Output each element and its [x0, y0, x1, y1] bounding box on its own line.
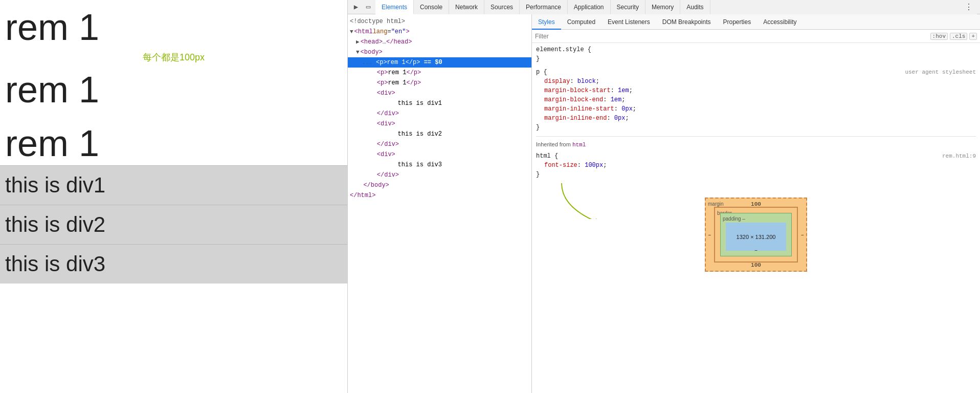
dom-line-p1[interactable]: ... <p>rem 1</p> == $0	[348, 57, 531, 68]
padding-bottom-val: –	[754, 246, 758, 255]
cls-button[interactable]: .cls	[950, 33, 967, 40]
dom-line-div2-open[interactable]: <div>	[348, 119, 531, 129]
subtab-dom-breakpoints[interactable]: DOM Breakpoints	[656, 14, 717, 30]
rem-text-2: rem 1	[0, 68, 347, 112]
css-rule-p: p { user agent stylesheet display: block…	[536, 68, 976, 132]
devtools-toolbar: ▶ ▭ Elements Console Network Sources Per…	[348, 0, 980, 14]
rem-text-3: rem 1	[0, 121, 347, 165]
dom-line-div2-text: this is div2	[348, 129, 531, 139]
subtab-event-listeners[interactable]: Event Listeners	[602, 14, 656, 30]
filter-input[interactable]	[535, 33, 930, 40]
box-model-diagram: margin 100 100 – – border	[705, 198, 807, 272]
tab-security[interactable]: Security	[611, 0, 645, 14]
div-block-2: this is div2	[0, 205, 347, 244]
dom-line-div1-close[interactable]: </div>	[348, 108, 531, 119]
margin-right-val: –	[800, 230, 804, 239]
cursor-icon[interactable]: ▶	[351, 2, 361, 12]
css-rule-html: html { rem.html:9 font-size: 100px; }	[536, 151, 976, 179]
add-rule-button[interactable]: +	[969, 33, 977, 40]
padding-layer: padding – 1320 × 131.200 –	[720, 213, 792, 256]
subtab-styles[interactable]: Styles	[532, 14, 561, 30]
div-block-1: this is div1	[0, 165, 347, 205]
dom-line-html-close[interactable]: </html>	[348, 190, 531, 201]
inherited-from-tag: html	[572, 142, 586, 148]
filter-bar: :hov .cls +	[532, 30, 980, 43]
dom-line-div1-open[interactable]: <div>	[348, 88, 531, 98]
dom-line-doctype[interactable]: <!doctype html>	[348, 16, 531, 27]
caret-right-icon: ▶	[356, 37, 360, 47]
filter-buttons: :hov .cls +	[930, 33, 977, 40]
tab-performance[interactable]: Performance	[520, 0, 568, 14]
css-selector-html[interactable]: html { rem.html:9	[536, 151, 976, 161]
margin-left-val: –	[708, 230, 711, 239]
css-rule-element-style: element.style { }	[536, 45, 976, 63]
dom-line-div2-close[interactable]: </div>	[348, 139, 531, 149]
more-tabs-icon[interactable]: ⋮	[961, 2, 977, 12]
doctype-text: <!doctype html>	[350, 17, 405, 26]
css-selector-p[interactable]: p { user agent stylesheet	[536, 68, 976, 77]
caret-down-icon: ▼	[356, 48, 360, 57]
annotation-text: 每个都是100px	[0, 49, 347, 68]
devtools-main: <!doctype html> ▼ <html lang="en" > ▶ <h…	[348, 14, 980, 393]
subtab-accessibility[interactable]: Accessibility	[757, 14, 803, 30]
hov-button[interactable]: :hov	[930, 33, 948, 40]
tab-elements[interactable]: Elements	[375, 0, 414, 14]
lang-val: "en"	[391, 27, 406, 36]
lang-attr: lang	[373, 27, 388, 36]
inherited-from-header: Inherited from html	[536, 136, 976, 149]
dom-line-p3[interactable]: <p>rem 1</p>	[348, 78, 531, 88]
dom-line-div3-text: this is div3	[348, 160, 531, 170]
arrow-area	[536, 183, 976, 193]
dom-line-body[interactable]: ▼ <body>	[348, 47, 531, 57]
dom-line-p2[interactable]: <p>rem 1</p>	[348, 68, 531, 78]
div-block-3: this is div3	[0, 244, 347, 283]
rule-source-ua: user agent stylesheet	[905, 68, 976, 77]
styles-subtab-bar: Styles Computed Event Listeners DOM Brea…	[532, 14, 980, 30]
tab-network[interactable]: Network	[449, 0, 484, 14]
rule-source-rem: rem.html:9	[942, 151, 976, 161]
rem-text-1: rem 1	[0, 5, 347, 49]
device-icon[interactable]: ▭	[363, 2, 373, 12]
dom-line-div3-open[interactable]: <div>	[348, 149, 531, 160]
devtools-panel: ▶ ▭ Elements Console Network Sources Per…	[348, 0, 980, 393]
tab-memory[interactable]: Memory	[645, 0, 680, 14]
styles-panel: Styles Computed Event Listeners DOM Brea…	[532, 14, 980, 393]
dom-line-html[interactable]: ▼ <html lang="en" >	[348, 27, 531, 37]
p1-tag: <p>rem 1</p>	[376, 58, 420, 67]
tab-sources[interactable]: Sources	[484, 0, 520, 14]
dom-line-div3-close[interactable]: </div>	[348, 170, 531, 180]
subtab-properties[interactable]: Properties	[717, 14, 757, 30]
dom-dots: ...	[362, 58, 372, 67]
css-rules-area: element.style { } p { user agent stylesh…	[532, 43, 980, 393]
tab-audits[interactable]: Audits	[680, 0, 710, 14]
dom-line-head[interactable]: ▶ <head> … </head>	[348, 37, 531, 47]
preview-pane: rem 1 每个都是100px rem 1 rem 1 this is div1…	[0, 0, 348, 393]
dom-panel: <!doctype html> ▼ <html lang="en" > ▶ <h…	[348, 14, 532, 393]
tab-application[interactable]: Application	[568, 0, 611, 14]
arrow-svg	[556, 178, 638, 219]
tab-console[interactable]: Console	[414, 0, 449, 14]
caret-icon: ▼	[350, 27, 353, 36]
subtab-computed[interactable]: Computed	[561, 14, 602, 30]
dom-line-body-close[interactable]: </body>	[348, 180, 531, 190]
devtools-tab-bar: Elements Console Network Sources Perform…	[375, 0, 977, 14]
html-tag: <html	[354, 27, 373, 36]
dom-line-div1-text: this is div1	[348, 98, 531, 108]
content-size: 1320 × 131.200	[737, 232, 776, 242]
css-selector-element[interactable]: element.style {	[536, 45, 976, 54]
